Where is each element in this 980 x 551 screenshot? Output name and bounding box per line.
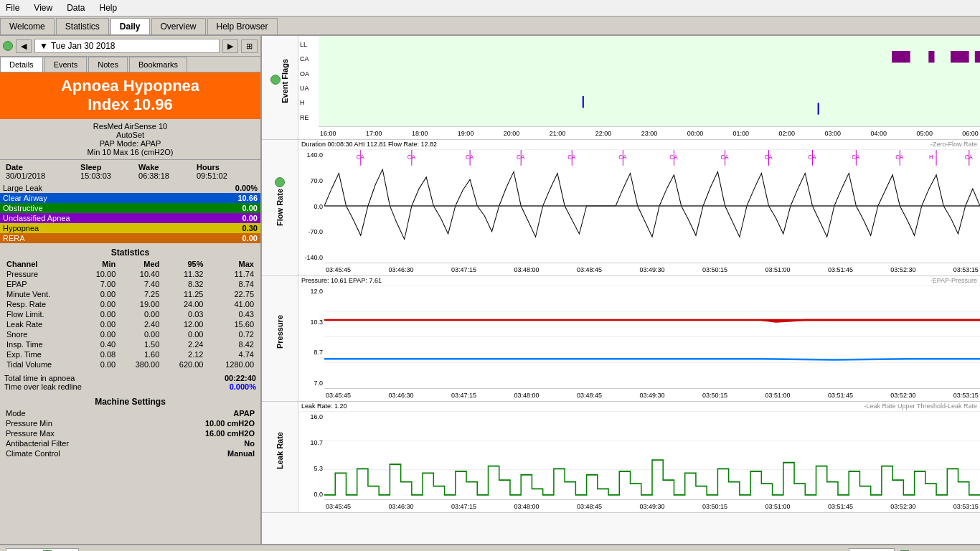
- subtab-notes[interactable]: Notes: [88, 57, 128, 72]
- nav-forward-button[interactable]: ▶: [222, 39, 238, 53]
- col-med: Med: [118, 259, 161, 269]
- svg-text:CA: CA: [618, 154, 627, 161]
- svg-text:CA: CA: [852, 154, 860, 161]
- svg-rect-2: [928, 51, 934, 62]
- svg-text:CA: CA: [965, 154, 974, 161]
- large-leak-label: Large Leak: [3, 184, 42, 192]
- device-info: ResMed AirSense 10 AutoSet PAP Mode: APA…: [0, 119, 260, 160]
- event-rows: Large Leak 0.00% Clear Airway 10.66 Obst…: [0, 183, 260, 243]
- nav-date-display: ▼ Tue Jan 30 2018: [34, 39, 220, 53]
- svg-text:CA: CA: [357, 154, 365, 161]
- date-label: Date: [6, 163, 80, 171]
- statusbar: ▼ Flags LL ▼ Jan 31 03:53:51.478 ▼ Graph…: [0, 544, 980, 551]
- device-minmax: Min 10 Max 16 (cmH2O): [3, 148, 258, 156]
- right-panel: Event Flags LL CA OA UA H RE: [262, 36, 980, 544]
- menubar: File View Data Help: [0, 0, 980, 17]
- obstructive-row: Obstructive 0.00: [0, 203, 260, 213]
- pressure-label: Pressure: [275, 315, 284, 349]
- left-panel: ◀ ▼ Tue Jan 30 2018 ▶ ⊞ Details Events N…: [0, 36, 262, 544]
- graphs-dropdown[interactable]: ▼ Graphs: [849, 548, 895, 551]
- sleep-value: 15:03:03: [80, 171, 138, 180]
- hours-value: 09:51:02: [197, 171, 255, 180]
- svg-rect-0: [319, 36, 980, 126]
- nav-pin-button[interactable]: ⊞: [241, 39, 258, 53]
- svg-text:H: H: [929, 154, 933, 161]
- menu-view[interactable]: View: [31, 1, 55, 14]
- subtab-events[interactable]: Events: [44, 57, 88, 72]
- flow-header: Duration 00:08:30 AHI 112.81 Flow Rate: …: [298, 140, 980, 150]
- flags-dropdown[interactable]: ▼ Flags LL ▼: [6, 548, 79, 551]
- machine-setting-row: Pressure Min10.00 cmH2O: [6, 418, 255, 428]
- stats-row: Snore0.000.000.000.72: [4, 329, 256, 339]
- tab-help-browser[interactable]: Help Browser: [207, 18, 278, 34]
- statusbar-right: ▼ Graphs Event Flags ▼: [849, 548, 974, 551]
- stats-row: Pressure10.0010.4011.3211.74: [4, 269, 256, 279]
- date-value: 30/01/2018: [6, 171, 80, 180]
- menu-file[interactable]: File: [3, 1, 22, 14]
- rera-label: RERA: [3, 234, 25, 242]
- ahi-value: Index 10.96: [3, 95, 258, 114]
- col-95pct: 95%: [161, 259, 205, 269]
- subtab-bookmarks[interactable]: Bookmarks: [129, 57, 187, 72]
- statistics-title: Statistics: [4, 246, 256, 259]
- stats-row: Exp. Time0.081.602.124.74: [4, 349, 256, 359]
- sleep-label: Sleep: [80, 163, 138, 171]
- tab-statistics[interactable]: Statistics: [56, 18, 109, 34]
- svg-text:CA: CA: [720, 154, 729, 161]
- svg-text:CA: CA: [567, 154, 576, 161]
- leak-rate-label: Leak Rate: [275, 432, 284, 469]
- nav-date-dropdown-icon[interactable]: ▼: [39, 41, 48, 51]
- clear-airway-value: 10.66: [237, 194, 258, 202]
- subtab-details[interactable]: Details: [0, 57, 43, 72]
- unclassified-row: Unclassified Apnea 0.00: [0, 213, 260, 223]
- pressure-xaxis: 03:45:4503:46:3003:47:1503:48:0003:48:45…: [324, 388, 980, 401]
- flow-xaxis: 03:45:4503:46:3003:47:1503:48:0003:48:45…: [324, 263, 980, 276]
- nav-back-button[interactable]: ◀: [16, 39, 32, 53]
- rera-row: RERA 0.00: [0, 233, 260, 243]
- flags-label: Event Flags: [281, 59, 289, 103]
- pressure-chart: Pressure Pressure: 10.61 EPAP: 7.61 -EPA…: [262, 276, 980, 402]
- obstructive-value: 0.00: [242, 204, 258, 212]
- machine-settings-title: Machine Settings: [6, 395, 255, 408]
- ahi-title: Apnoea Hypopnea: [3, 77, 258, 95]
- device-name: ResMed AirSense 10: [3, 122, 258, 131]
- svg-text:CA: CA: [808, 154, 816, 161]
- tab-welcome[interactable]: Welcome: [0, 18, 55, 34]
- machine-setting-row: Antibacterial FilterNo: [6, 438, 255, 448]
- svg-text:CA: CA: [895, 154, 904, 161]
- leak-xaxis: 03:45:4503:46:3003:47:1503:48:0003:48:45…: [324, 499, 980, 512]
- flags-chart: Event Flags LL CA OA UA H RE: [262, 36, 980, 140]
- stats-row: EPAP7.007.408.328.74: [4, 279, 256, 289]
- menu-data[interactable]: Data: [64, 1, 88, 14]
- nav-date-text: Tue Jan 30 2018: [51, 41, 116, 51]
- hours-label: Hours: [197, 163, 255, 171]
- machine-setting-row: ModeAPAP: [6, 408, 255, 418]
- unclassified-label: Unclassified Apnea: [3, 214, 70, 222]
- flags-xaxis: 16:0017:0018:0019:0020:0021:0022:0023:00…: [319, 126, 980, 139]
- tab-overview[interactable]: Overview: [151, 18, 206, 34]
- col-channel: Channel: [4, 259, 81, 269]
- clear-airway-label: Clear Airway: [3, 194, 47, 202]
- hypopnea-label: Hypopnea: [3, 224, 39, 232]
- clear-airway-row: Clear Airway 10.66: [0, 193, 260, 203]
- machine-settings: Machine Settings ModeAPAPPressure Min10.…: [0, 392, 260, 461]
- svg-rect-4: [975, 51, 980, 62]
- device-mode: AutoSet: [3, 131, 258, 139]
- obstructive-label: Obstructive: [3, 204, 43, 212]
- pressure-header: Pressure: 10.61 EPAP: 7.61 -EPAP-Pressur…: [298, 276, 980, 286]
- hypopnea-row: Hypopnea 0.30: [0, 223, 260, 233]
- nav-pin-icon: [3, 41, 13, 51]
- menu-help[interactable]: Help: [97, 1, 121, 14]
- large-leak-value: 0.00%: [235, 184, 258, 192]
- machine-setting-row: Climate ControlManual: [6, 448, 255, 458]
- leak-chart: Leak Rate Leak Rate: 1.20 -Leak Rate Upp…: [262, 402, 980, 513]
- device-pap: PAP Mode: APAP: [3, 139, 258, 148]
- subtabs: Details Events Notes Bookmarks: [0, 57, 260, 72]
- svg-text:CA: CA: [764, 154, 773, 161]
- leak-label: Time over leak redline: [4, 382, 82, 391]
- unclassified-value: 0.00: [242, 214, 258, 222]
- wake-value: 06:38:18: [138, 171, 197, 180]
- tab-daily[interactable]: Daily: [110, 18, 150, 34]
- col-max: Max: [205, 259, 256, 269]
- flow-label: Flow Rate: [275, 189, 284, 226]
